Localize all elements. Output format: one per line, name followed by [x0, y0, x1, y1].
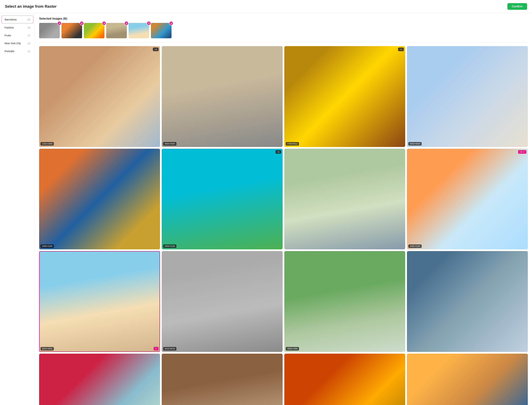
content-area: Selected images (6): ✕ ✕ ✕ ✕ ✕ ✕ 1333×20… [35, 13, 532, 405]
page-title: Select an image from Raster [5, 4, 57, 9]
image-bg [407, 149, 528, 250]
image-bg [284, 46, 405, 147]
image-bg [39, 354, 160, 405]
thumb-image-4 [106, 23, 127, 38]
sidebar-count: 16 [27, 26, 30, 29]
selected-thumb: ✕ [84, 23, 104, 38]
selected-strip: ✕ ✕ ✕ ✕ ✕ ✕ [39, 23, 528, 42]
app-header: Select an image from Raster Confirm [0, 0, 532, 13]
image-bg [39, 46, 160, 147]
grid-image-14[interactable] [162, 354, 283, 405]
sidebar-item-portraits[interactable]: Portraits 11 [1, 47, 33, 55]
image-dimensions: 4608×3456 [286, 347, 299, 351]
grid-image-8[interactable]: 3456×5184+3 ✓ [407, 149, 528, 250]
grid-image-4[interactable]: 4000×6000 [407, 46, 528, 147]
main-layout: Barcelona 20 Fashion 16 Fruits 11 New Yo… [0, 13, 532, 405]
image-dimensions: 4016×6016 [163, 347, 176, 351]
image-dimensions: 1333×2000 [40, 142, 54, 146]
sidebar-item-fruits[interactable]: Fruits 11 [1, 32, 33, 39]
confirm-button[interactable]: Confirm [507, 3, 527, 10]
selected-thumb: ✕ [151, 23, 172, 38]
image-bg [407, 46, 528, 147]
check-badge: ✓ [153, 347, 159, 351]
image-dimensions: 3456×5184 [40, 244, 54, 248]
sidebar-count: 20 [27, 18, 30, 21]
thumb-image-3 [84, 23, 104, 38]
grid-image-12[interactable] [407, 251, 528, 352]
sidebar: Barcelona 20 Fashion 16 Fruits 11 New Yo… [0, 13, 35, 405]
selected-thumb: ✕ [39, 23, 60, 38]
image-grid: 1333×2000+14000×60003708×5512+14000×6000… [39, 46, 528, 405]
sidebar-label: Fruits [5, 34, 11, 37]
grid-image-11[interactable]: 4608×3456 [284, 251, 405, 352]
remove-thumb-button[interactable]: ✕ [124, 21, 129, 25]
grid-image-2[interactable]: 4000×6000 [162, 46, 283, 147]
grid-image-7[interactable] [284, 149, 405, 250]
sidebar-item-fashion[interactable]: Fashion 16 [1, 24, 33, 31]
remove-thumb-button[interactable]: ✕ [169, 21, 173, 25]
sidebar-count: 11 [27, 34, 30, 37]
sidebar-count: 13 [27, 42, 30, 45]
sidebar-item-new-york-city[interactable]: New York City 13 [1, 40, 33, 47]
plus-badge: +1 [153, 47, 159, 51]
image-bg [39, 251, 160, 352]
grid-image-3[interactable]: 3708×5512+1 [284, 46, 405, 147]
selected-thumb: ✕ [61, 23, 82, 38]
sidebar-label: Barcelona [5, 18, 17, 21]
remove-thumb-button[interactable]: ✕ [57, 21, 61, 25]
image-bg [162, 251, 283, 352]
image-dimensions: 3708×5512 [286, 142, 299, 146]
selected-thumb: ✕ [129, 23, 149, 38]
sidebar-item-barcelona[interactable]: Barcelona 20 [1, 16, 33, 23]
grid-image-9[interactable]: 3024×4032✓ [39, 251, 160, 352]
image-dimensions: 3024×4032 [40, 347, 54, 351]
sidebar-count: 11 [27, 50, 30, 53]
image-bg [162, 46, 283, 147]
image-bg [284, 354, 405, 405]
image-dimensions: 4000×6000 [163, 142, 176, 146]
grid-image-13[interactable] [39, 354, 160, 405]
image-dimensions: 4000×6000 [408, 142, 422, 146]
thumb-image-1 [39, 23, 60, 38]
grid-image-10[interactable]: 4016×6016 [162, 251, 283, 352]
image-bg [284, 149, 405, 250]
grid-image-1[interactable]: 1333×2000+1 [39, 46, 160, 147]
thumb-image-6 [151, 23, 172, 38]
grid-image-6[interactable]: 3456×5184+1 [162, 149, 283, 250]
selected-header: Selected images (6): [39, 17, 528, 20]
image-bg [162, 149, 283, 250]
image-bg [407, 251, 528, 352]
grid-image-15[interactable] [284, 354, 405, 405]
sidebar-label: New York City [5, 42, 21, 45]
image-dimensions: 3456×5184 [163, 244, 176, 248]
plus-badge: +1 [275, 150, 281, 154]
grid-image-16[interactable] [407, 354, 528, 405]
image-bg [162, 354, 283, 405]
image-dimensions: 3456×5184 [408, 244, 422, 248]
sidebar-label: Fashion [5, 26, 14, 29]
remove-thumb-button[interactable]: ✕ [102, 21, 106, 25]
check-badge: +3 ✓ [518, 150, 526, 154]
remove-thumb-button[interactable]: ✕ [80, 21, 84, 25]
image-bg [284, 251, 405, 352]
thumb-image-5 [129, 23, 149, 38]
plus-badge: +1 [398, 47, 404, 51]
thumb-image-2 [61, 23, 82, 38]
sidebar-label: Portraits [5, 50, 14, 53]
remove-thumb-button[interactable]: ✕ [147, 21, 151, 25]
selected-thumb: ✕ [106, 23, 127, 38]
grid-image-5[interactable]: 3456×5184 [39, 149, 160, 250]
image-bg [39, 149, 160, 250]
image-bg [407, 354, 528, 405]
